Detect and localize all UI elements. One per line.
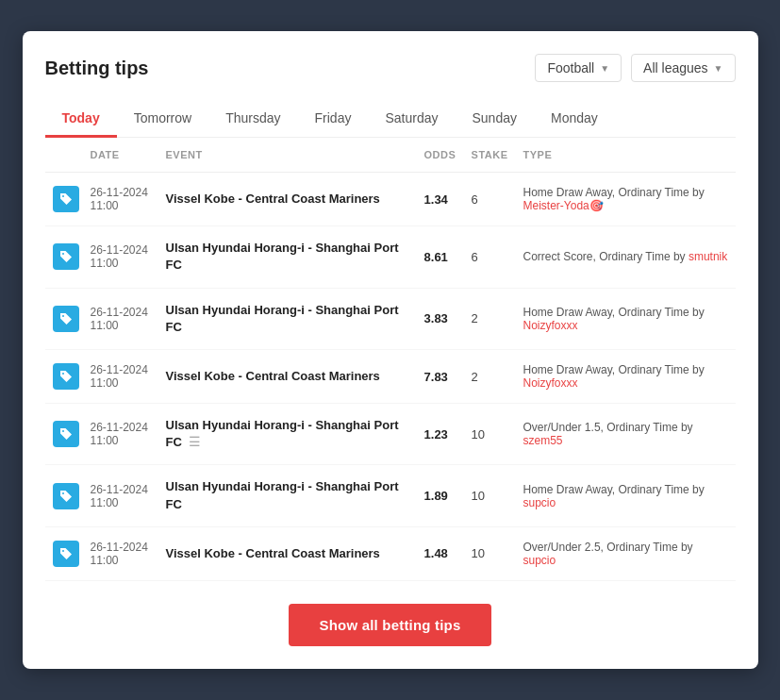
event-col-header: EVENT bbox=[158, 138, 417, 173]
table-row: 26-11-2024 11:00 Ulsan Hyundai Horang-i … bbox=[45, 465, 736, 526]
event-name: Ulsan Hyundai Horang-i - Shanghai Port F… bbox=[166, 479, 399, 510]
odds-cell: 8.61 bbox=[417, 226, 464, 288]
league-filter-label: All leagues bbox=[643, 60, 708, 75]
event-name: Ulsan Hyundai Horang-i - Shanghai Port F… bbox=[166, 241, 399, 272]
date-cell: 26-11-2024 11:00 bbox=[83, 226, 158, 288]
author-link[interactable]: supcio bbox=[523, 554, 556, 567]
tip-icon-cell bbox=[45, 173, 83, 226]
type-cell: Home Draw Away, Ordinary Time by supcio bbox=[516, 465, 736, 526]
tag-icon bbox=[58, 369, 74, 384]
odds-cell: 1.34 bbox=[417, 173, 464, 226]
tab-today[interactable]: Today bbox=[45, 101, 117, 138]
odds-cell: 1.48 bbox=[417, 526, 464, 580]
header: Betting tips Football ▼ All leagues ▼ bbox=[45, 54, 736, 82]
tip-icon bbox=[53, 541, 79, 567]
tag-icon bbox=[58, 426, 74, 442]
tip-icon bbox=[53, 186, 79, 212]
table-row: 26-11-2024 11:00 Ulsan Hyundai Horang-i … bbox=[45, 226, 736, 288]
author-link[interactable]: supcio bbox=[523, 496, 556, 509]
date-cell: 26-11-2024 11:00 bbox=[83, 526, 158, 580]
tab-thursday[interactable]: Thursday bbox=[208, 101, 297, 138]
event-cell: Ulsan Hyundai Horang-i - Shanghai Port F… bbox=[158, 288, 417, 349]
event-cell: Vissel Kobe - Central Coast Mariners bbox=[158, 526, 417, 580]
event-cell: Ulsan Hyundai Horang-i - Shanghai Port F… bbox=[158, 226, 417, 288]
tip-icon bbox=[53, 243, 79, 270]
tip-icon-cell bbox=[45, 404, 83, 465]
filter-bar: Football ▼ All leagues ▼ bbox=[535, 54, 735, 82]
tip-icon-cell bbox=[45, 288, 83, 349]
tip-icon bbox=[53, 306, 79, 332]
list-icon: ☰ bbox=[189, 434, 201, 449]
author-link[interactable]: smutnik bbox=[689, 250, 727, 263]
sport-filter-label: Football bbox=[547, 60, 594, 75]
table-row: 26-11-2024 11:00 Vissel Kobe - Central C… bbox=[45, 526, 736, 580]
tag-icon bbox=[58, 546, 74, 561]
type-col-header: TYPE bbox=[516, 138, 736, 173]
stake-cell: 2 bbox=[464, 288, 516, 349]
tip-icon-cell bbox=[45, 350, 83, 404]
table-row: 26-11-2024 11:00 Vissel Kobe - Central C… bbox=[45, 350, 736, 404]
tab-friday[interactable]: Friday bbox=[298, 101, 369, 138]
event-name: Vissel Kobe - Central Coast Mariners bbox=[166, 192, 380, 206]
tip-icon-cell bbox=[45, 226, 83, 288]
tip-icon bbox=[53, 421, 79, 447]
odds-cell: 7.83 bbox=[417, 350, 464, 404]
type-cell: Home Draw Away, Ordinary Time by Noizyfo… bbox=[516, 288, 736, 349]
tag-icon bbox=[58, 489, 74, 504]
author-link[interactable]: szem55 bbox=[523, 434, 563, 447]
betting-tips-card: Betting tips Football ▼ All leagues ▼ To… bbox=[23, 31, 758, 669]
table-row: 26-11-2024 11:00 Ulsan Hyundai Horang-i … bbox=[45, 404, 736, 465]
tips-table: DATE EVENT ODDS STAKE TYPE 26-11-2024 11… bbox=[45, 138, 736, 581]
stake-cell: 6 bbox=[464, 226, 516, 288]
tab-tomorrow[interactable]: Tomorrow bbox=[117, 101, 208, 138]
type-cell: Home Draw Away, Ordinary Time by Noizyfo… bbox=[516, 350, 736, 404]
odds-cell: 3.83 bbox=[417, 288, 464, 349]
stake-col-header: STAKE bbox=[464, 138, 516, 173]
tag-icon bbox=[58, 192, 74, 207]
tab-saturday[interactable]: Saturday bbox=[368, 101, 455, 138]
tag-icon bbox=[58, 311, 74, 326]
type-cell: Correct Score, Ordinary Time by smutnik bbox=[516, 226, 736, 288]
table-row: 26-11-2024 11:00 Ulsan Hyundai Horang-i … bbox=[45, 288, 736, 349]
odds-col-header: ODDS bbox=[417, 138, 464, 173]
league-filter-chevron-icon: ▼ bbox=[714, 63, 723, 74]
event-name: Vissel Kobe - Central Coast Mariners bbox=[166, 369, 380, 383]
tab-monday[interactable]: Monday bbox=[534, 101, 615, 138]
stake-cell: 2 bbox=[464, 350, 516, 404]
tip-icon bbox=[53, 483, 79, 509]
event-cell: Ulsan Hyundai Horang-i - Shanghai Port F… bbox=[158, 404, 417, 465]
date-cell: 26-11-2024 11:00 bbox=[83, 465, 158, 526]
event-cell: Vissel Kobe - Central Coast Mariners bbox=[158, 173, 417, 226]
odds-cell: 1.89 bbox=[417, 465, 464, 526]
table-row: 26-11-2024 11:00 Vissel Kobe - Central C… bbox=[45, 173, 736, 226]
tab-bar: TodayTomorrowThursdayFridaySaturdaySunda… bbox=[45, 101, 736, 138]
odds-cell: 1.23 bbox=[417, 404, 464, 465]
type-cell: Over/Under 1.5, Ordinary Time by szem55 bbox=[516, 404, 736, 465]
event-name: Vissel Kobe - Central Coast Mariners bbox=[166, 546, 380, 560]
table-header-row: DATE EVENT ODDS STAKE TYPE bbox=[45, 138, 736, 173]
author-link[interactable]: Noizyfoxxx bbox=[523, 319, 578, 332]
date-cell: 26-11-2024 11:00 bbox=[83, 288, 158, 349]
type-cell: Home Draw Away, Ordinary Time by Meister… bbox=[516, 173, 736, 226]
tip-icon-cell bbox=[45, 526, 83, 580]
date-cell: 26-11-2024 11:00 bbox=[83, 173, 158, 226]
date-cell: 26-11-2024 11:00 bbox=[83, 350, 158, 404]
type-cell: Over/Under 2.5, Ordinary Time by supcio bbox=[516, 526, 736, 580]
date-col-header: DATE bbox=[83, 138, 158, 173]
event-name: Ulsan Hyundai Horang-i - Shanghai Port F… bbox=[166, 303, 399, 334]
sport-filter[interactable]: Football ▼ bbox=[535, 54, 622, 82]
tip-icon bbox=[53, 363, 79, 390]
stake-cell: 10 bbox=[464, 526, 516, 580]
event-cell: Vissel Kobe - Central Coast Mariners bbox=[158, 350, 417, 404]
event-cell: Ulsan Hyundai Horang-i - Shanghai Port F… bbox=[158, 465, 417, 526]
stake-cell: 6 bbox=[464, 173, 516, 226]
stake-cell: 10 bbox=[464, 465, 516, 526]
tip-icon-cell bbox=[45, 465, 83, 526]
tab-sunday[interactable]: Sunday bbox=[455, 101, 533, 138]
author-link[interactable]: Noizyfoxxx bbox=[523, 376, 578, 390]
league-filter[interactable]: All leagues ▼ bbox=[631, 54, 735, 82]
tag-icon bbox=[58, 249, 74, 264]
author-link[interactable]: Meister-Yoda🎯 bbox=[523, 199, 604, 212]
stake-cell: 10 bbox=[464, 404, 516, 465]
show-all-button[interactable]: Show all betting tips bbox=[289, 604, 490, 646]
